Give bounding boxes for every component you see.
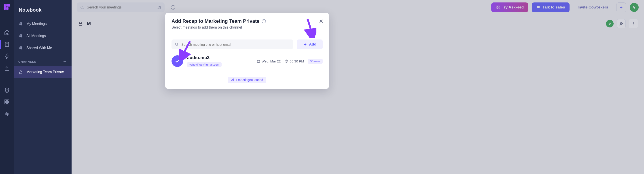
calendar-icon — [257, 59, 260, 63]
selected-check-icon[interactable] — [172, 55, 183, 67]
meeting-date: Wed, Mar 22 — [262, 59, 281, 63]
plus-icon — [303, 42, 307, 46]
svg-point-26 — [175, 43, 178, 46]
meeting-duration: 53 mins — [308, 59, 323, 64]
hash-icon — [18, 46, 23, 50]
modal-scrim — [72, 0, 644, 174]
upload-icon[interactable] — [4, 66, 10, 71]
sidebar: Notebook My Meetings All Meetings Shared… — [14, 0, 72, 174]
sidebar-item-label: Marketing Team Private — [26, 70, 64, 74]
svg-rect-8 — [20, 72, 22, 74]
search-icon — [175, 42, 179, 46]
add-channel-button[interactable] — [62, 59, 67, 64]
close-button[interactable] — [318, 18, 324, 24]
sidebar-title: Notebook — [14, 4, 72, 18]
sidebar-item-label: All Meetings — [26, 34, 46, 38]
loaded-status: All 1 meeting(s) loaded — [228, 77, 266, 83]
notebook-icon[interactable] — [4, 41, 10, 47]
stack-icon[interactable] — [4, 87, 10, 93]
clock-icon — [285, 59, 288, 63]
svg-rect-4 — [5, 100, 6, 101]
meeting-row[interactable]: audio.mp3 vshokfftest@gmail.com Wed, Mar… — [165, 52, 329, 72]
hash-icon — [18, 21, 23, 26]
svg-rect-0 — [4, 4, 6, 10]
button-label: Add — [309, 42, 316, 47]
app-logo — [3, 3, 11, 11]
sidebar-channel-marketing[interactable]: Marketing Team Private — [14, 66, 72, 78]
meeting-title: audio.mp3 — [187, 55, 253, 60]
hash-icon[interactable] — [4, 111, 10, 117]
bolt-icon[interactable] — [4, 54, 10, 59]
meeting-meta: Wed, Mar 22 06:30 PM 53 mins — [257, 59, 323, 64]
lock-icon — [18, 70, 23, 75]
add-button[interactable]: Add — [297, 39, 323, 49]
channels-header-label: CHANNELS — [18, 60, 36, 63]
sidebar-item-label: Shared With Me — [26, 46, 52, 50]
icon-rail — [0, 0, 14, 174]
meeting-search-input[interactable] — [181, 43, 290, 46]
channels-header: CHANNELS — [14, 54, 72, 66]
svg-rect-5 — [8, 100, 9, 101]
svg-rect-7 — [8, 102, 9, 104]
sidebar-item-shared[interactable]: Shared With Me — [14, 42, 72, 54]
grid-icon[interactable] — [4, 99, 10, 105]
hash-icon — [18, 33, 23, 38]
svg-rect-27 — [257, 60, 260, 63]
meeting-host: vshokfftest@gmail.com — [187, 62, 222, 67]
modal-title: Add Recap to Marketing Team Private — [172, 18, 260, 24]
sidebar-item-my-meetings[interactable]: My Meetings — [14, 18, 72, 30]
sidebar-item-label: My Meetings — [26, 22, 47, 26]
home-icon[interactable] — [4, 29, 10, 35]
svg-rect-2 — [6, 7, 8, 9]
meeting-time: 06:30 PM — [290, 59, 304, 63]
meeting-search[interactable] — [172, 39, 293, 49]
svg-rect-6 — [5, 102, 6, 104]
sidebar-item-all-meetings[interactable]: All Meetings — [14, 30, 72, 42]
info-icon[interactable] — [262, 19, 266, 23]
svg-rect-1 — [6, 4, 10, 6]
add-recap-modal: Add Recap to Marketing Team Private Sele… — [165, 13, 329, 89]
modal-subtitle: Select meetings to add them on this chan… — [172, 25, 323, 29]
